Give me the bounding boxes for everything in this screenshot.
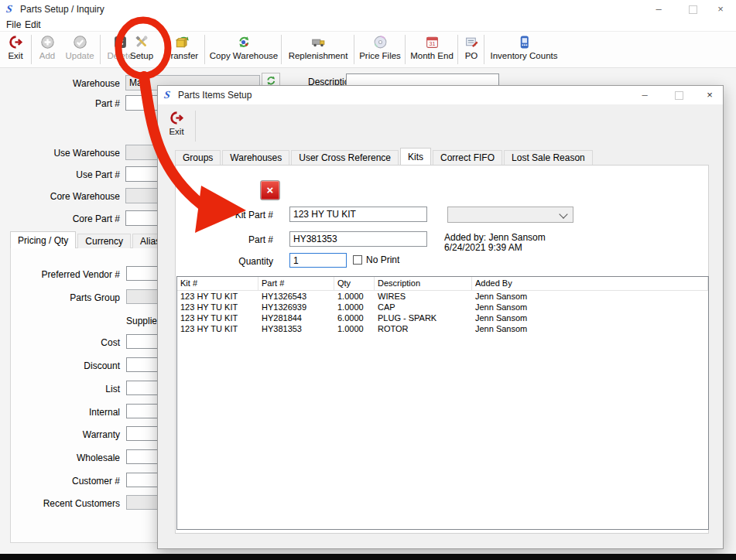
part-label: Part # <box>0 98 120 109</box>
menu-bar: File Edit <box>0 19 736 31</box>
column-header-qty[interactable]: Qty <box>334 277 375 290</box>
dialog-titlebar: S Parts Items Setup – × <box>158 86 723 104</box>
dialog-tab-warehouses[interactable]: Warehouses <box>222 150 289 165</box>
toolbar-separator <box>195 111 196 142</box>
tab-pricing-qty[interactable]: Pricing / Qty <box>10 231 76 248</box>
discount-label: Discount <box>0 360 120 371</box>
toolbar-separator <box>354 35 354 64</box>
dialog-maximize-button <box>667 86 690 104</box>
maximize-icon <box>689 5 697 14</box>
column-header-added-by[interactable]: Added By <box>472 277 708 290</box>
bottom-black-strip <box>0 554 736 560</box>
cell-qty: 1.0000 <box>334 323 375 334</box>
app-icon: S <box>5 3 19 15</box>
added-by-line1: Added by: Jenn Sansom <box>444 232 630 243</box>
cell-part: HY1326939 <box>258 302 334 312</box>
column-header-description[interactable]: Description <box>375 277 472 290</box>
column-header-part[interactable]: Part # <box>258 277 334 290</box>
toolbar-button-label: Transfer <box>166 51 198 60</box>
core-warehouse-label: Core Warehouse <box>0 191 120 202</box>
toolbar-copy-warehouse-button[interactable]: Copy Warehouse <box>208 33 279 67</box>
table-row[interactable]: 123 HY TU KIT HY1326543 1.0000 WIRES Jen… <box>177 291 708 302</box>
cell-qty: 1.0000 <box>334 291 375 302</box>
toolbar-transfer-button[interactable]: Transfer <box>162 33 202 67</box>
added-by-line2: 6/24/2021 9:39 AM <box>444 242 630 253</box>
cell-added-by: Jenn Sansom <box>472 291 708 302</box>
quantity-field[interactable] <box>289 253 347 268</box>
cell-qty: 6.0000 <box>334 312 375 323</box>
main-window-title: Parts Setup / Inquiry <box>20 4 104 15</box>
list-label: List <box>0 384 120 394</box>
main-close-button[interactable]: × <box>709 0 732 19</box>
use-warehouse-label: Use Warehouse <box>0 148 120 159</box>
customer-label: Customer # <box>0 476 120 487</box>
chevron-down-icon <box>559 210 567 218</box>
inventory-counts-icon <box>517 33 532 50</box>
cell-added-by: Jenn Sansom <box>472 312 708 323</box>
toolbar-month-end-button[interactable]: 31 Month End <box>408 33 456 67</box>
cell-added-by: Jenn Sansom <box>472 302 708 312</box>
toolbar-po-button[interactable]: PO <box>460 33 482 67</box>
delete-kit-item-button[interactable]: × <box>260 180 280 200</box>
cell-part: HY1326543 <box>258 291 334 302</box>
toolbar-button-label: Update <box>65 51 94 60</box>
dialog-tab-lost-sale-reason[interactable]: Lost Sale Reason <box>504 150 593 165</box>
kit-group-combobox[interactable] <box>447 207 573 223</box>
menu-edit[interactable]: Edit <box>25 19 41 30</box>
internal-label: Internal <box>0 407 120 418</box>
add-icon <box>40 33 55 50</box>
menu-file[interactable]: File <box>6 19 21 30</box>
main-maximize-button[interactable] <box>681 0 704 19</box>
table-row[interactable]: 123 HY TU KIT HY281844 6.0000 PLUG - SPA… <box>177 312 708 323</box>
toolbar-replenishment-button[interactable]: Replenishment <box>284 33 352 67</box>
cell-description: CAP <box>375 302 472 312</box>
dialog-minimize-button[interactable]: – <box>633 86 656 104</box>
toolbar-button-label: Copy Warehouse <box>210 51 278 60</box>
toolbar-button-label: Month End <box>410 51 454 60</box>
no-print-checkbox[interactable] <box>353 255 362 265</box>
toolbar-exit-button[interactable]: Exit <box>2 33 29 67</box>
price-files-icon <box>373 33 388 50</box>
dialog-tab-groups[interactable]: Groups <box>175 150 221 165</box>
kit-item-part-field[interactable] <box>289 231 427 247</box>
dialog-exit-button[interactable]: Exit <box>163 109 190 143</box>
warehouse-label: Warehouse <box>0 78 120 89</box>
cell-kit: 123 HY TU KIT <box>177 291 258 302</box>
update-icon <box>73 33 87 50</box>
cell-kit: 123 HY TU KIT <box>177 323 258 334</box>
cost-label: Cost <box>0 337 120 348</box>
dialog-app-icon: S <box>163 89 177 101</box>
column-header-kit[interactable]: Kit # <box>177 277 258 290</box>
main-minimize-button[interactable]: – <box>647 0 670 19</box>
wholesale-label: Wholesale <box>0 452 120 463</box>
dialog-tab-kits[interactable]: Kits <box>400 148 431 165</box>
list-header-row: Kit # Part # Qty Description Added By <box>177 277 708 291</box>
toolbar-separator <box>31 35 32 64</box>
dialog-close-button[interactable]: × <box>698 86 721 104</box>
dialog-title: Parts Items Setup <box>178 90 252 101</box>
toolbar-button-label: Setup <box>130 51 153 60</box>
toolbar-separator <box>281 35 282 64</box>
use-part-label: Use Part # <box>0 169 120 180</box>
main-titlebar: S Parts Setup / Inquiry – × <box>0 0 736 19</box>
exit-icon <box>9 33 23 50</box>
dialog-tab-user-cross-reference[interactable]: User Cross Reference <box>291 150 399 165</box>
copy-warehouse-icon <box>236 33 252 50</box>
toolbar-separator <box>457 35 458 64</box>
toolbar-setup-button[interactable]: Setup <box>124 33 159 67</box>
table-row[interactable]: 123 HY TU KIT HY1326939 1.0000 CAP Jenn … <box>177 302 708 312</box>
toolbar-inventory-counts-button[interactable]: Inventory Counts <box>487 33 561 67</box>
kit-part-label: Kit Part # <box>173 210 273 220</box>
parts-items-setup-dialog: S Parts Items Setup – × Exit Groups Ware… <box>157 85 724 549</box>
table-row[interactable]: 123 HY TU KIT HY381353 1.0000 ROTOR Jenn… <box>177 323 708 334</box>
kit-part-field[interactable] <box>289 207 427 222</box>
toolbar-button-label: Price Files <box>359 51 401 60</box>
exit-icon <box>169 109 184 126</box>
toolbar-price-files-button[interactable]: Price Files <box>357 33 403 67</box>
replenishment-icon <box>310 33 326 50</box>
dialog-tab-correct-fifo[interactable]: Correct FIFO <box>433 150 502 165</box>
month-end-icon: 31 <box>425 33 440 50</box>
toolbar-button-label: Exit <box>8 51 22 60</box>
toolbar-button-label: PO <box>465 51 478 60</box>
tab-currency[interactable]: Currency <box>77 234 131 248</box>
